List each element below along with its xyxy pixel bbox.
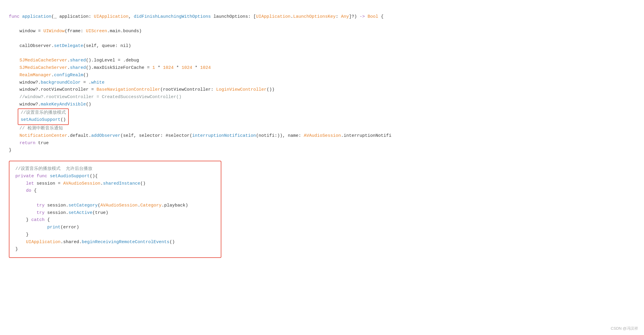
- highlight-small-box: //设置音乐的播放模式 setAudioSupport(): [18, 108, 69, 125]
- highlight-large-box: //设置音乐的播放模式 允许后台播放 private func setAudio…: [9, 161, 221, 258]
- watermark: CSDN @冯汉祥: [611, 325, 638, 331]
- code-editor: func application(_ application: UIApplic…: [9, 6, 635, 108]
- code-after-highlight: // 检测中断音乐通知 NotificationCenter.default.a…: [9, 125, 635, 154]
